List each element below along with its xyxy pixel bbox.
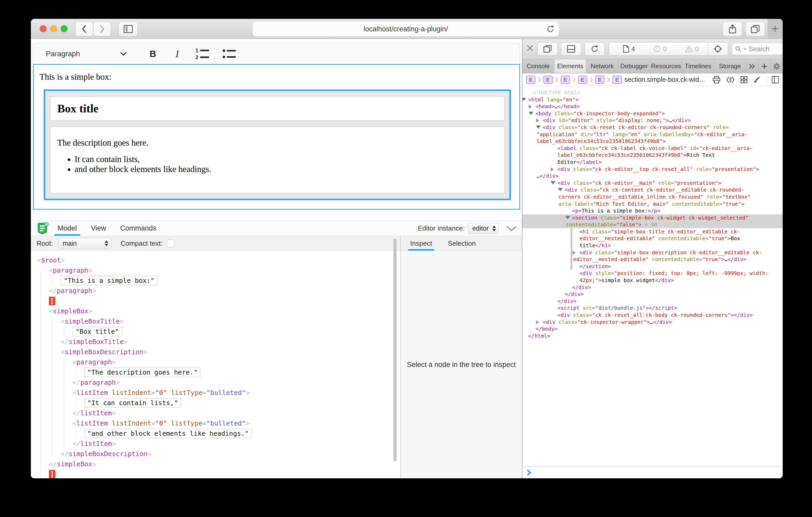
compact-text-checkbox[interactable] [167,240,174,247]
inspector-tab-commands[interactable]: Commands [119,221,157,236]
tree-text-node[interactable]: "and other block elements like headings.… [84,428,400,438]
devtools-tab-network[interactable]: Network [586,59,618,73]
chevron-down-icon[interactable] [120,52,127,56]
force-styles-button[interactable] [753,76,761,84]
tree-close-tag[interactable]: </simpleBoxTitle> [61,337,400,347]
source-line[interactable]: <div class="ck ck-reset_all ck-body ck-r… [522,311,783,318]
zoom-window-button[interactable] [61,25,67,32]
breadcrumb-element-badge[interactable]: E [560,75,570,84]
description-paragraph[interactable]: The description goes here. [57,137,504,149]
source-line[interactable]: label_e63cbbfece34c53ce23501062343f49b8"… [522,138,783,145]
expand-arrow-icon[interactable] [551,181,555,185]
tree-text-node[interactable]: "It can contain lists," [84,398,400,408]
source-line[interactable]: 42px;">simple box widget</div> [522,277,783,284]
devtools-tab-storage[interactable]: Storage [714,59,746,73]
source-line[interactable]: <!DOCTYPE html> [522,89,783,96]
collapsed-arrow-icon[interactable] [573,251,576,255]
page-count-badge[interactable]: 4 [623,45,635,53]
tree-close-tag[interactable]: </paragraph> [49,286,400,296]
collapse-inspector-button[interactable] [506,225,517,232]
source-line[interactable]: <html lang="en"> [522,96,783,103]
heading-dropdown[interactable]: Paragraph [46,50,80,58]
bulleted-list-button[interactable] [222,48,237,60]
new-tab-button[interactable] [767,19,783,39]
share-button[interactable] [723,22,742,36]
tab-overview-button[interactable] [746,22,765,36]
panel-tab-inspect[interactable]: Inspect [410,236,433,251]
intro-paragraph[interactable]: This is a simple box: [39,71,515,83]
new-devtools-tab-button[interactable] [758,59,771,73]
breadcrumb-element-badge[interactable]: E [595,75,605,84]
breadcrumb-element-badge[interactable]: E [526,75,535,84]
console-prompt[interactable] [522,466,783,478]
source-line[interactable]: editor__nested-editable" contenteditable… [522,235,783,242]
source-line[interactable]: <div class="ck-inspector-wrapper">…</div… [522,318,783,326]
source-line[interactable]: aria-label="Rich Text Editor, main" cont… [522,201,783,208]
source-line[interactable]: title</h1> [522,242,783,249]
print-styles-button[interactable] [712,76,721,84]
details-sidebar-button[interactable] [772,76,779,84]
close-window-button[interactable] [40,25,47,32]
tree-open-tag[interactable]: <paragraph> [72,357,400,367]
source-line[interactable]: <head>…</head> [522,103,783,110]
forward-button[interactable] [93,22,111,36]
minimize-window-button[interactable] [50,25,57,32]
devtools-tab-console[interactable]: Console [522,59,554,73]
source-line[interactable]: <label class="ck ck-label ck-voice-label… [522,145,783,152]
tree-open-tag[interactable]: <simpleBoxTitle> [61,316,400,327]
root-select[interactable]: main [58,238,111,249]
tree-text-node[interactable]: "The description goes here." [84,367,400,377]
tree-open-tag[interactable]: <simpleBoxDescription> [61,347,400,357]
tree-scrollbar[interactable] [394,239,397,461]
source-line[interactable]: …</div> [522,173,783,180]
dock-bottom-button[interactable] [561,42,581,55]
inspector-tab-view[interactable]: View [90,221,107,236]
source-line[interactable]: <div class="ck ck-reset ck-editor ck-rou… [522,124,783,131]
tree-close-tag[interactable]: </simpleBox> [49,459,400,469]
tree-close-tag[interactable]: </listItem> [72,408,400,418]
collapsed-arrow-icon[interactable] [536,320,539,324]
tree-close-tag[interactable]: </simpleBoxDescription> [61,449,400,459]
source-line[interactable]: </body> [522,326,783,332]
devtools-tab-elements[interactable]: Elements [554,59,586,73]
box-title-heading[interactable]: Box title [57,102,98,115]
description-bullet[interactable]: and other block elements like headings. [75,164,504,174]
source-line[interactable]: </div> [522,298,783,305]
source-line[interactable]: <p>This is a simple box:</p> [522,207,783,214]
collapsed-arrow-icon[interactable] [529,104,532,109]
source-line[interactable]: <div style="position: fixed; top: 0px; l… [522,270,783,277]
tree-open-tag[interactable]: <simpleBox> [49,306,400,316]
collapsed-arrow-icon[interactable] [536,118,539,123]
source-line[interactable]: </div> [522,284,783,291]
bold-button[interactable]: B [150,49,156,59]
close-devtools-button[interactable] [526,44,534,53]
italic-button[interactable]: I [176,48,179,60]
expand-arrow-icon[interactable] [565,216,570,219]
tree-open-tag[interactable]: <listItem listIndent="0" listType="bulle… [72,418,400,428]
devtools-search-field[interactable]: Search [732,43,783,55]
numbered-list-button[interactable]: 12 [196,48,210,60]
devtools-reload-button[interactable] [585,42,605,55]
warning-count-badge[interactable]: 0 [685,45,699,53]
simple-box-title[interactable]: Box title [50,96,504,121]
devtools-tab-debugger[interactable]: Debugger [618,59,650,73]
source-line[interactable]: contenteditable="false"> = $0 [522,221,783,228]
tree-text-node[interactable]: "Box title" [72,327,400,337]
error-count-badge[interactable]: 0 [654,45,667,53]
tree-open-tag[interactable]: <listItem listIndent="0" listType="bulle… [72,388,400,398]
breadcrumb-element-badge[interactable]: E [543,75,553,84]
breadcrumb-element-badge[interactable]: E [612,75,622,84]
show-source-button[interactable] [726,76,735,83]
collapsed-arrow-icon[interactable] [551,167,554,172]
simple-box-description[interactable]: The description goes here. It can contai… [50,126,504,193]
panel-tab-selection[interactable]: Selection [447,236,476,251]
expand-arrow-icon[interactable] [522,98,526,101]
selection-marker[interactable]: [ [49,296,400,306]
source-line[interactable]: "application" dir="ltr" lang="en" aria-l… [522,131,783,138]
source-line[interactable]: <div class="ck ck-editor__main" role="pr… [522,180,783,187]
more-tabs-button[interactable] [746,59,758,73]
breadcrumb-current[interactable]: section.simple-box.ck-wid… [625,76,705,83]
devtools-settings-button[interactable] [771,59,783,73]
editor-editable-area[interactable]: This is a simple box: Box title The desc… [33,64,520,210]
source-line[interactable]: Editor</label> [522,159,783,166]
